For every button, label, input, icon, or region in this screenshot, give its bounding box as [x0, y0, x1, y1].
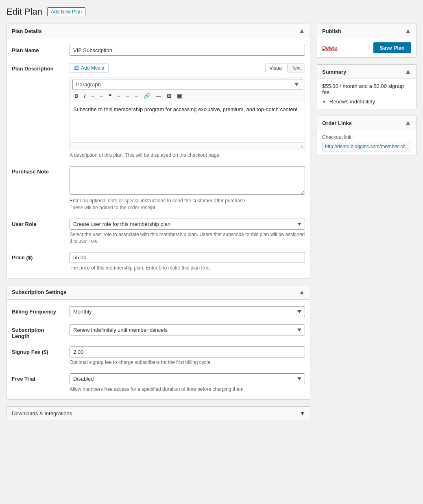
free-trial-label: Free Trial: [12, 373, 65, 382]
free-trial-field: Disabled Allow members free access for a…: [70, 373, 305, 393]
tab-text[interactable]: Text: [287, 64, 305, 72]
user-role-hint: Select the user role to associate with t…: [70, 231, 305, 245]
publish-chevron[interactable]: ▲: [405, 27, 411, 35]
subscription-length-select[interactable]: Renew indefinitely until member cancels: [70, 324, 305, 335]
signup-fee-hint: Optional signup fee to charge subscriber…: [70, 359, 305, 366]
free-trial-row: Free Trial Disabled Allow members free a…: [12, 373, 305, 393]
align-right-button[interactable]: ≡: [133, 92, 140, 101]
downloads-integrations-chevron[interactable]: ▼: [300, 410, 305, 416]
save-plan-button[interactable]: Save Plan: [373, 42, 411, 53]
purchase-note-field: Enter an optional note or special instru…: [70, 166, 305, 211]
price-input[interactable]: [70, 252, 305, 263]
more-button[interactable]: —: [154, 92, 163, 101]
user-role-select[interactable]: Create user role for this membership pla…: [70, 219, 305, 230]
table-button[interactable]: ▣: [175, 92, 184, 101]
billing-frequency-field: Monthly Weekly Yearly: [70, 306, 305, 317]
description-hint: A description of this plan. This will be…: [70, 152, 305, 159]
editor-content[interactable]: Subscribe to this membership program for…: [70, 102, 305, 143]
fullscreen-button[interactable]: ⊞: [165, 92, 173, 101]
purchase-note-input[interactable]: [70, 166, 305, 195]
plan-name-input[interactable]: [70, 45, 305, 56]
user-role-label: User Role: [12, 219, 65, 227]
subscription-settings-chevron[interactable]: ▲: [299, 289, 305, 296]
subscription-length-field: Renew indefinitely until member cancels: [70, 324, 305, 335]
checkout-label: Checkout link:: [322, 134, 411, 140]
resize-icon: ↘: [300, 144, 303, 149]
free-trial-hint: Allow members free access for a specifie…: [70, 386, 305, 393]
summary-content: $55.00 / month and a $2.00 signup fee Re…: [317, 79, 416, 109]
publish-panel: Publish ▲ Delete Save Plan: [317, 24, 416, 58]
signup-fee-label: Signup Fee ($): [12, 346, 65, 355]
bold-button[interactable]: B: [72, 92, 80, 101]
unordered-list-button[interactable]: ≡: [89, 92, 96, 101]
price-label: Price ($): [12, 252, 65, 261]
plan-description-field: 🖼 Add Media Visual Text Paragraph: [70, 63, 305, 159]
summary-list: Renews indefinitely: [329, 99, 411, 105]
billing-frequency-label: Billing Frequency: [12, 306, 65, 315]
ordered-list-button[interactable]: ≡: [98, 92, 105, 101]
delete-button[interactable]: Delete: [322, 45, 338, 51]
summary-chevron[interactable]: ▲: [405, 68, 411, 75]
price-field: The price of this membership plan. Enter…: [70, 252, 305, 272]
subscription-length-row: Subscription Length Renew indefinitely u…: [12, 324, 305, 339]
price-row: Price ($) The price of this membership p…: [12, 252, 305, 272]
billing-frequency-row: Billing Frequency Monthly Weekly Yearly: [12, 306, 305, 317]
plan-name-row: Plan Name: [12, 45, 305, 56]
order-links-chevron[interactable]: ▲: [405, 119, 411, 127]
plan-details-header: Plan Details ▲: [7, 24, 310, 38]
signup-fee-field: Optional signup fee to charge subscriber…: [70, 346, 305, 366]
purchase-note-row: Purchase Note Enter an optional note or …: [12, 166, 305, 211]
align-left-button[interactable]: ≡: [115, 92, 122, 101]
plan-description-label: Plan Description: [12, 63, 65, 72]
publish-header: Publish ▲: [317, 24, 416, 38]
order-links-header: Order Links ▲: [317, 116, 416, 130]
plan-details-chevron[interactable]: ▲: [299, 27, 305, 35]
signup-fee-input[interactable]: [70, 346, 305, 357]
blockquote-button[interactable]: ❝: [107, 92, 113, 101]
downloads-integrations-header[interactable]: Downloads & Integrations ▼: [7, 407, 310, 420]
plan-name-label: Plan Name: [12, 45, 65, 53]
purchase-note-hint: Enter an optional note or special instru…: [70, 197, 305, 211]
subscription-settings-panel: Subscription Settings ▲ Billing Frequenc…: [7, 285, 310, 400]
summary-panel: Summary ▲ $55.00 / month and a $2.00 sig…: [317, 64, 416, 109]
user-role-field: Create user role for this membership pla…: [70, 219, 305, 245]
purchase-note-label: Purchase Note: [12, 166, 65, 175]
order-links-content: Checkout link:: [317, 130, 416, 156]
format-select[interactable]: Paragraph: [72, 79, 302, 90]
order-links-panel: Order Links ▲ Checkout link:: [317, 116, 416, 156]
plan-details-panel: Plan Details ▲ Plan Name Plan Descriptio…: [7, 24, 310, 278]
add-media-button[interactable]: 🖼 Add Media: [70, 63, 109, 73]
signup-fee-row: Signup Fee ($) Optional signup fee to ch…: [12, 346, 305, 366]
summary-renews: Renews indefinitely: [329, 99, 411, 105]
add-new-plan-button[interactable]: Add New Plan: [47, 7, 85, 16]
billing-frequency-select[interactable]: Monthly Weekly Yearly: [70, 306, 305, 317]
user-role-row: User Role Create user role for this memb…: [12, 219, 305, 245]
plan-description-row: Plan Description 🖼 Add Media Visual Text: [12, 63, 305, 159]
italic-button[interactable]: I: [82, 92, 87, 101]
tab-visual[interactable]: Visual: [265, 64, 287, 72]
subscription-length-label: Subscription Length: [12, 324, 65, 339]
subscription-settings-header: Subscription Settings ▲: [7, 285, 310, 300]
publish-actions: Delete Save Plan: [317, 38, 416, 57]
add-media-icon: 🖼: [74, 65, 79, 71]
editor-toolbar: Paragraph B I ≡ ≡ ❝ ≡ ≡ ≡ 🔗 —: [70, 77, 305, 102]
checkout-url-input[interactable]: [322, 142, 411, 151]
editor-resize-handle: ↘: [70, 143, 305, 150]
summary-price: $55.00 / month and a $2.00 signup fee: [322, 83, 411, 95]
downloads-integrations-panel: Downloads & Integrations ▼: [7, 406, 310, 420]
page-title: Edit Plan: [7, 7, 42, 17]
align-center-button[interactable]: ≡: [124, 92, 131, 101]
summary-header: Summary ▲: [317, 65, 416, 79]
link-button[interactable]: 🔗: [142, 92, 152, 101]
price-hint: The price of this membership plan. Enter…: [70, 265, 305, 272]
free-trial-select[interactable]: Disabled: [70, 373, 305, 384]
plan-name-field: [70, 45, 305, 56]
